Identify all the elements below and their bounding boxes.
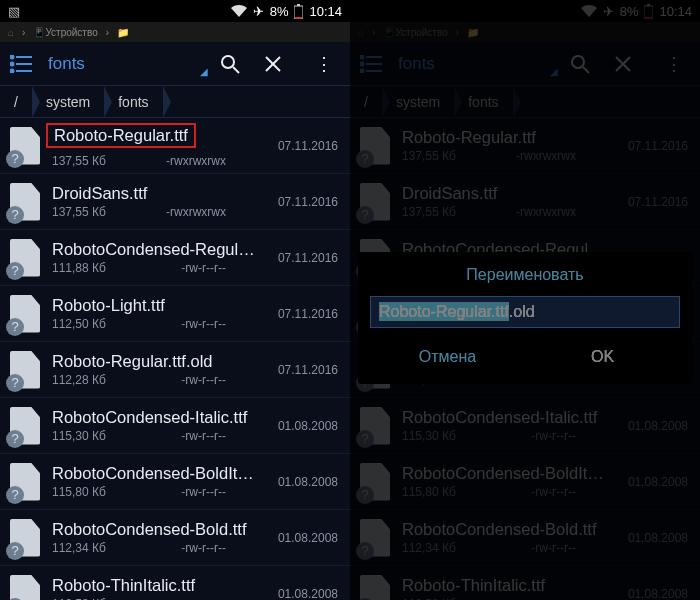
file-name: RobotoCondensed-Italic.ttf <box>402 408 606 427</box>
close-icon[interactable] <box>264 55 296 73</box>
device-label[interactable]: 📱Устройство <box>33 27 97 38</box>
file-name: DroidSans.ttf <box>52 184 256 203</box>
chevron-icon: › <box>372 27 375 38</box>
file-row[interactable]: ?RobotoCondensed-Bold.ttf112,34 Кб-rw-r-… <box>0 510 350 566</box>
rename-dialog: Переименовать Roboto-Regular.ttf.old Отм… <box>358 252 692 384</box>
file-size: 112,28 Кб <box>52 373 106 387</box>
file-size: 115,80 Кб <box>52 485 106 499</box>
folder-title[interactable]: fonts <box>44 54 194 74</box>
toolbar: fonts ◢ ⋮ <box>0 42 350 86</box>
file-icon: ? <box>8 294 42 334</box>
dropdown-icon[interactable]: ◢ <box>550 66 558 85</box>
file-perm: -rw-r--r-- <box>181 373 226 387</box>
menu-icon[interactable] <box>10 55 32 73</box>
file-row[interactable]: ?RobotoCondensed-Regular.ttf111,88 Кб-rw… <box>0 230 350 286</box>
folder-icon[interactable]: 📁 <box>117 27 129 38</box>
path-fonts[interactable]: fonts <box>104 86 162 117</box>
file-date: 07.11.2016 <box>616 139 688 153</box>
search-icon[interactable] <box>220 54 252 74</box>
svg-point-6 <box>11 55 14 58</box>
file-date: 01.08.2008 <box>266 475 338 489</box>
svg-rect-14 <box>647 4 650 6</box>
file-icon: ? <box>358 182 392 222</box>
file-name: RobotoCondensed-Bold.ttf <box>52 520 256 539</box>
file-name: Roboto-Light.ttf <box>52 296 256 315</box>
file-list[interactable]: ?Roboto-Regular.ttf137,55 Кб-rwxrwxrwx07… <box>0 118 350 600</box>
svg-line-10 <box>233 67 239 73</box>
ok-button[interactable]: OK <box>525 340 680 374</box>
file-icon: ? <box>8 518 42 558</box>
svg-point-19 <box>361 55 364 58</box>
svg-rect-1 <box>297 4 300 6</box>
file-date: 01.08.2008 <box>266 587 338 601</box>
home-icon[interactable]: ⌂ <box>358 27 364 38</box>
rename-input[interactable]: Roboto-Regular.ttf.old <box>370 296 680 328</box>
file-row[interactable]: ?DroidSans.ttf137,55 Кб-rwxrwxrwx07.11.2… <box>350 174 700 230</box>
status-bar: ▧ ✈ 8% 10:14 <box>0 0 350 22</box>
svg-rect-2 <box>295 17 302 19</box>
file-row[interactable]: ?Roboto-ThinItalic.ttf116,58 Кб-rw-r--r-… <box>350 566 700 600</box>
file-row[interactable]: ?RobotoCondensed-Italic.ttf115,30 Кб-rw-… <box>350 398 700 454</box>
path-system[interactable]: system <box>382 86 454 117</box>
close-icon[interactable] <box>614 55 646 73</box>
file-name: Roboto-Regular.ttf.old <box>52 352 256 371</box>
file-icon: ? <box>8 350 42 390</box>
mini-crumb: ⌂ › 📱Устройство › 📁 <box>350 22 700 42</box>
dropdown-icon[interactable]: ◢ <box>200 66 208 85</box>
file-perm: -rwxrwxrwx <box>516 205 576 219</box>
file-row[interactable]: ?Roboto-Light.ttf112,50 Кб-rw-r--r--07.1… <box>0 286 350 342</box>
file-perm: -rw-r--r-- <box>531 541 576 555</box>
file-row[interactable]: ?RobotoCondensed-BoldItalic.ttf115,80 Кб… <box>350 454 700 510</box>
file-size: 112,34 Кб <box>402 541 456 555</box>
folder-icon[interactable]: 📁 <box>467 27 479 38</box>
cancel-button[interactable]: Отмена <box>370 340 525 374</box>
path-root[interactable]: / <box>350 86 382 117</box>
file-name: DroidSans.ttf <box>402 184 606 203</box>
file-perm: -rw-r--r-- <box>181 541 226 555</box>
overflow-icon[interactable]: ⋮ <box>308 53 340 75</box>
file-date: 01.08.2008 <box>616 531 688 545</box>
search-icon[interactable] <box>570 54 602 74</box>
file-row[interactable]: ?DroidSans.ttf137,55 Кб-rwxrwxrwx07.11.2… <box>0 174 350 230</box>
overflow-icon[interactable]: ⋮ <box>658 53 690 75</box>
path-bar: / system fonts <box>0 86 350 118</box>
file-name: RobotoCondensed-BoldItalic.ttf <box>402 464 606 483</box>
file-row[interactable]: ?RobotoCondensed-Bold.ttf112,34 Кб-rw-r-… <box>350 510 700 566</box>
file-row[interactable]: ?RobotoCondensed-Italic.ttf115,30 Кб-rw-… <box>0 398 350 454</box>
screenshot-icon: ▧ <box>8 4 20 19</box>
path-system[interactable]: system <box>32 86 104 117</box>
file-icon: ? <box>8 574 42 601</box>
file-row[interactable]: ?Roboto-Regular.ttf137,55 Кб-rwxrwxrwx07… <box>0 118 350 174</box>
file-name: Roboto-Regular.ttf <box>402 128 606 147</box>
folder-title[interactable]: fonts <box>394 54 544 74</box>
status-bar: ✈ 8% 10:14 <box>350 0 700 22</box>
chevron-icon: › <box>22 27 25 38</box>
file-perm: -rw-r--r-- <box>531 485 576 499</box>
file-size: 137,55 Кб <box>52 205 106 219</box>
clock: 10:14 <box>309 4 342 19</box>
file-row[interactable]: ?RobotoCondensed-BoldItalic.ttf115,80 Кб… <box>0 454 350 510</box>
file-row[interactable]: ?Roboto-Regular.ttf.old112,28 Кб-rw-r--r… <box>0 342 350 398</box>
file-row[interactable]: ?Roboto-ThinItalic.ttf116,58 Кб-rw-r--r-… <box>0 566 350 600</box>
path-root[interactable]: / <box>0 86 32 117</box>
device-label[interactable]: 📱Устройство <box>383 27 447 38</box>
airplane-icon: ✈ <box>253 4 264 19</box>
file-date: 07.11.2016 <box>616 195 688 209</box>
file-icon: ? <box>358 462 392 502</box>
file-perm: -rwxrwxrwx <box>166 154 226 168</box>
menu-icon[interactable] <box>360 55 382 73</box>
toolbar: fonts ◢ ⋮ <box>350 42 700 86</box>
file-size: 112,50 Кб <box>52 317 106 331</box>
svg-point-9 <box>222 56 234 68</box>
path-fonts[interactable]: fonts <box>454 86 512 117</box>
path-bar: / system fonts <box>350 86 700 118</box>
mini-crumb: ⌂ › 📱Устройство › 📁 <box>0 22 350 42</box>
file-perm: -rw-r--r-- <box>531 429 576 443</box>
file-name: Roboto-Regular.ttf <box>46 123 196 148</box>
file-date: 01.08.2008 <box>616 587 688 601</box>
file-icon: ? <box>8 462 42 502</box>
battery-icon <box>294 4 303 19</box>
home-icon[interactable]: ⌂ <box>8 27 14 38</box>
file-size: 115,30 Кб <box>402 429 456 443</box>
file-row[interactable]: ?Roboto-Regular.ttf137,55 Кб-rwxrwxrwx07… <box>350 118 700 174</box>
